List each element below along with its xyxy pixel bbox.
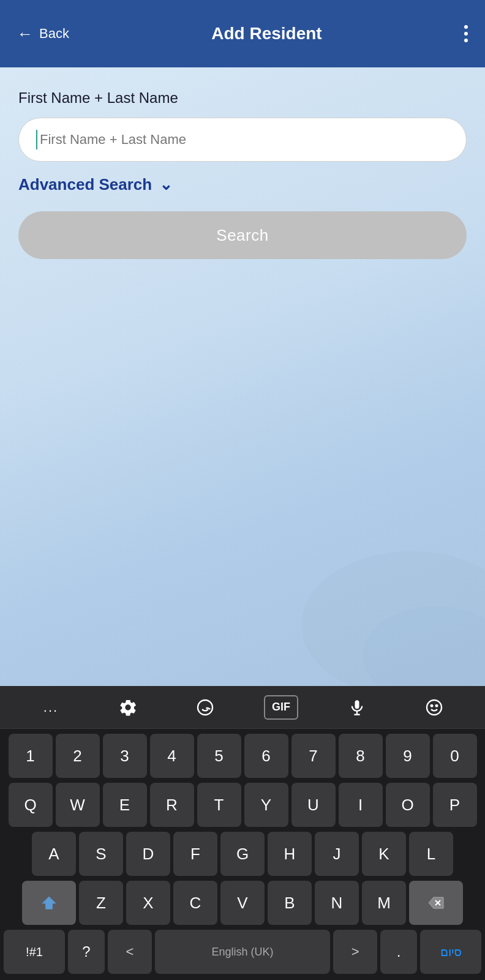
key-x[interactable]: X (126, 881, 170, 925)
lang-right-arrow[interactable]: > (333, 930, 377, 974)
keyboard-sticker-button[interactable] (187, 692, 224, 723)
key-7[interactable]: 7 (291, 734, 336, 778)
key-o[interactable]: O (386, 783, 430, 827)
svg-point-10 (436, 705, 438, 707)
keyboard-gif-button[interactable]: GIF (264, 695, 298, 720)
number-row: 1 2 3 4 5 6 7 8 9 0 (4, 734, 481, 778)
key-w[interactable]: W (56, 783, 100, 827)
gear-icon (118, 698, 138, 717)
keyboard-mic-button[interactable] (339, 692, 375, 723)
keyboard: ... GIF (0, 686, 485, 980)
key-6[interactable]: 6 (244, 734, 288, 778)
search-button[interactable]: Search (18, 211, 467, 259)
content-area: First Name + Last Name Advanced Search ⌄… (0, 67, 485, 686)
svg-rect-5 (355, 700, 359, 709)
key-0[interactable]: 0 (433, 734, 477, 778)
key-j[interactable]: J (315, 832, 359, 876)
key-f[interactable]: F (173, 832, 217, 876)
key-a[interactable]: A (32, 832, 76, 876)
keyboard-toolbar: ... GIF (0, 686, 485, 729)
key-e[interactable]: E (103, 783, 147, 827)
key-p[interactable]: P (433, 783, 477, 827)
svg-point-2 (198, 700, 212, 715)
question-key[interactable]: ? (68, 930, 105, 974)
key-1[interactable]: 1 (9, 734, 53, 778)
key-s[interactable]: S (79, 832, 123, 876)
background-decoration (240, 441, 485, 686)
key-9[interactable]: 9 (386, 734, 430, 778)
keyboard-bottom-row: !#1 ? < English (UK) > . סיום (0, 930, 485, 980)
asdf-row: A S D F G H J K L (4, 832, 481, 876)
period-key[interactable]: . (380, 930, 417, 974)
key-8[interactable]: 8 (339, 734, 383, 778)
key-y[interactable]: Y (244, 783, 288, 827)
key-t[interactable]: T (197, 783, 241, 827)
key-k[interactable]: K (362, 832, 406, 876)
key-5[interactable]: 5 (197, 734, 241, 778)
app-header: ← Back Add Resident (0, 0, 485, 67)
back-button[interactable]: ← Back (17, 24, 69, 43)
chevron-down-icon: ⌄ (159, 175, 173, 194)
shift-key[interactable] (22, 881, 76, 925)
sticker-icon (195, 698, 215, 717)
backspace-icon (427, 896, 445, 910)
key-u[interactable]: U (291, 783, 336, 827)
advanced-search-label: Advanced Search (18, 175, 152, 194)
key-l[interactable]: L (409, 832, 453, 876)
key-b[interactable]: B (268, 881, 312, 925)
keyboard-more-button[interactable]: ... (32, 692, 69, 723)
name-search-input[interactable] (40, 132, 449, 148)
key-i[interactable]: I (339, 783, 383, 827)
svg-point-1 (363, 606, 485, 686)
svg-point-8 (427, 700, 442, 715)
key-g[interactable]: G (220, 832, 265, 876)
key-4[interactable]: 4 (150, 734, 194, 778)
menu-dot (464, 25, 468, 29)
key-q[interactable]: Q (9, 783, 53, 827)
key-v[interactable]: V (220, 881, 265, 925)
key-n[interactable]: N (315, 881, 359, 925)
qwerty-row: Q W E R T Y U I O P (4, 783, 481, 827)
space-key[interactable]: English (UK) (155, 930, 331, 974)
menu-dot (464, 32, 468, 36)
backspace-key[interactable] (409, 881, 463, 925)
key-m[interactable]: M (362, 881, 406, 925)
key-2[interactable]: 2 (56, 734, 100, 778)
back-arrow-icon: ← (17, 24, 33, 43)
keyboard-settings-button[interactable] (110, 692, 146, 723)
keyboard-rows: 1 2 3 4 5 6 7 8 9 0 Q W E R T Y U I O P … (0, 729, 485, 925)
svg-point-9 (431, 705, 433, 707)
zxcv-row: Z X C V B N M (4, 881, 481, 925)
back-label: Back (39, 26, 69, 42)
symbol-key[interactable]: !#1 (4, 930, 65, 974)
key-d[interactable]: D (126, 832, 170, 876)
key-h[interactable]: H (268, 832, 312, 876)
emoji-icon (424, 698, 444, 717)
menu-dot (464, 39, 468, 42)
shift-icon (40, 894, 58, 911)
field-label: First Name + Last Name (18, 89, 467, 107)
key-r[interactable]: R (150, 783, 194, 827)
svg-point-0 (301, 551, 485, 686)
key-c[interactable]: C (173, 881, 217, 925)
key-3[interactable]: 3 (103, 734, 147, 778)
text-cursor (36, 130, 37, 149)
gif-label: GIF (272, 701, 290, 714)
page-title: Add Resident (211, 24, 321, 43)
done-key[interactable]: סיום (420, 930, 481, 974)
name-input-wrapper[interactable] (18, 118, 467, 162)
keyboard-emoji-button[interactable] (416, 692, 453, 723)
advanced-search-toggle[interactable]: Advanced Search ⌄ (18, 175, 467, 194)
lang-left-arrow[interactable]: < (108, 930, 152, 974)
key-z[interactable]: Z (79, 881, 123, 925)
microphone-icon (348, 698, 366, 717)
more-options-button[interactable] (464, 25, 468, 42)
